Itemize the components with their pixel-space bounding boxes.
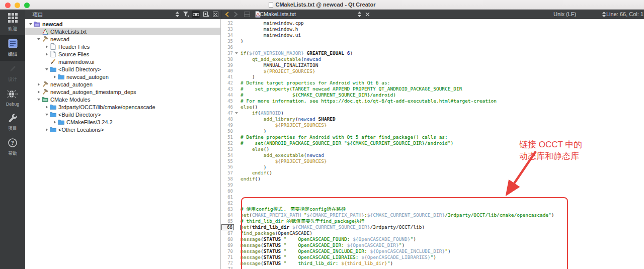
code-line[interactable]: 39 MANUAL_FINALIZATION	[221, 62, 644, 68]
tree-item[interactable]: <Build Directory>	[25, 111, 220, 118]
sidebar-item-projects[interactable]: 项目	[0, 110, 25, 135]
code-line-text[interactable]: # ${CMAKE_CURRENT_SOURCE_DIR}/android)	[240, 92, 396, 98]
code-line[interactable]: 58endif()	[221, 176, 644, 182]
code-line[interactable]: 38 qt_add_executable(newcad	[221, 56, 644, 62]
fold-marker-icon[interactable]	[234, 52, 238, 54]
code-line[interactable]: 69message(STATUS " OpenCASCADE_DIR: ${Op…	[221, 242, 644, 248]
code-line[interactable]: 62	[221, 200, 644, 206]
code-line-text[interactable]: qt_add_executable(newcad	[240, 56, 321, 62]
code-line[interactable]: 41 )	[221, 74, 644, 80]
code-line[interactable]: 73	[221, 266, 644, 269]
code-line[interactable]: 66set(third_lib_dir ${CMAKE_CURRENT_SOUR…	[221, 224, 644, 230]
chevron-down-icon[interactable]	[36, 38, 41, 40]
sidebar-item-help[interactable]: ?帮助	[0, 135, 25, 160]
code-line[interactable]: 72message(STATUS " third_lib_dir: ${thir…	[221, 260, 644, 266]
minimize-window-icon[interactable]	[15, 3, 20, 8]
code-line[interactable]: 45# For more information, see https://do…	[221, 98, 644, 104]
filter-icon[interactable]	[182, 11, 190, 18]
tree-item[interactable]: <Other Locations>	[25, 126, 220, 133]
chevron-down-icon[interactable]	[36, 99, 41, 101]
code-line-text[interactable]: mainwindow.h	[240, 26, 298, 32]
chevron-down-icon[interactable]	[44, 68, 49, 70]
code-line-text[interactable]: MANUAL_FINALIZATION	[240, 62, 318, 68]
close-document-icon[interactable]	[363, 11, 371, 18]
code-line-text[interactable]: mainwindow.ui	[240, 32, 301, 38]
chevron-right-icon[interactable]	[52, 75, 57, 78]
code-line[interactable]: 59	[221, 182, 644, 188]
code-line-text[interactable]: # third_lib_dir 的赋值需要先于find_package执行	[240, 218, 364, 224]
link-with-editor-icon[interactable]	[192, 11, 200, 18]
sidebar-item-debug[interactable]: Debug	[0, 86, 25, 110]
code-line-text[interactable]: set(CMAKE_PREFIX_PATH "${CMAKE_PREFIX_PA…	[240, 212, 554, 218]
tree-item[interactable]: 3rdparty/OCCT/lib/cmake/opencascade	[25, 103, 220, 111]
code-line[interactable]: 68message(STATUS " OpenCASCADE_FOUND: ${…	[221, 236, 644, 242]
code-line[interactable]: 65# third_lib_dir 的赋值需要先于find_package执行	[221, 218, 644, 224]
code-line[interactable]: 61	[221, 194, 644, 200]
code-line[interactable]: 35)	[221, 38, 644, 44]
code-line[interactable]: 63# 使用config模式， 需要指定config所在路径	[221, 206, 644, 212]
close-window-icon[interactable]	[5, 3, 11, 8]
code-line-text[interactable]: message(STATUS " OpenCASCADE_LIBRAIES: $…	[240, 254, 436, 260]
code-line[interactable]: 50 )	[221, 128, 644, 134]
tree-item[interactable]: newcad	[25, 35, 220, 43]
code-line[interactable]: 46else()	[221, 104, 644, 110]
code-line-text[interactable]: # 使用config模式， 需要指定config所在路径	[240, 206, 346, 212]
code-line-text[interactable]: )	[240, 128, 266, 134]
chevron-right-icon[interactable]	[36, 83, 41, 86]
code-line-text[interactable]: # Define properties for Android with Qt …	[240, 134, 448, 140]
code-line[interactable]: 60	[221, 188, 644, 194]
code-line-text[interactable]: )	[240, 38, 244, 44]
code-line-text[interactable]: )	[240, 74, 255, 80]
tree-item[interactable]: CMake Modules	[25, 96, 220, 103]
code-line[interactable]: 37if(${QT_VERSION_MAJOR} GREATER_EQUAL 6…	[221, 50, 644, 56]
sidebar-item-edit[interactable]: 编辑	[0, 35, 25, 61]
code-line-text[interactable]: add_executable(newcad	[240, 152, 324, 158]
tree-item[interactable]: mainwindow.ui	[25, 58, 220, 65]
code-line-text[interactable]: endif()	[240, 170, 272, 176]
code-line-text[interactable]: # For more information, see https://doc.…	[240, 98, 497, 104]
code-line-text[interactable]: ${PROJECT_SOURCES}	[240, 122, 327, 128]
code-line-text[interactable]: set(third_lib_dir ${CMAKE_CURRENT_SOURCE…	[240, 224, 425, 230]
forward-icon[interactable]	[232, 11, 240, 18]
document-dropdown-icon[interactable]	[355, 11, 363, 18]
tree-item[interactable]: <Build Directory>	[25, 65, 220, 73]
code-line[interactable]: 57 endif()	[221, 170, 644, 176]
fold-marker-icon[interactable]	[234, 112, 238, 114]
code-line-text[interactable]: else()	[240, 146, 269, 152]
tree-item[interactable]: CMakeFiles/3.24.2	[25, 118, 220, 126]
chevron-down-icon[interactable]	[28, 23, 33, 25]
tree-item[interactable]: CMakeLists.txt	[25, 28, 220, 35]
code-line[interactable]: 33 mainwindow.h	[221, 26, 644, 32]
code-line-text[interactable]: add_library(newcad SHARED	[240, 116, 336, 122]
code-line[interactable]: 42# Define target properties for Android…	[221, 80, 644, 86]
cursor-position-indicator[interactable]: Line: 66, Col: 1	[606, 11, 643, 17]
code-line[interactable]: 43# set_property(TARGET newcad APPEND PR…	[221, 86, 644, 92]
split-editor-icon[interactable]	[243, 11, 251, 18]
sidebar-item-welcome[interactable]: 欢迎	[0, 10, 25, 35]
chevron-right-icon[interactable]	[36, 91, 41, 94]
code-line-text[interactable]: endif()	[240, 176, 261, 182]
code-line-text[interactable]: message(STATUS " OpenCASCADE_FOUND: ${Op…	[240, 236, 416, 242]
code-line-text[interactable]: ${PROJECT_SOURCES}	[240, 158, 327, 164]
encoding-indicator[interactable]: Unix (LF)	[553, 11, 576, 17]
code-line[interactable]: 49 ${PROJECT_SOURCES}	[221, 122, 644, 128]
tree-item[interactable]: Source Files	[25, 50, 220, 58]
tree-item[interactable]: newcad_autogen	[25, 80, 220, 88]
chevron-right-icon[interactable]	[44, 45, 49, 48]
chevron-right-icon[interactable]	[52, 121, 57, 124]
close-panel-icon[interactable]	[211, 11, 219, 18]
code-line[interactable]: 56 )	[221, 164, 644, 170]
chevron-right-icon[interactable]	[44, 128, 49, 131]
code-line[interactable]: 67find_package(OpenCASCADE)	[221, 230, 644, 236]
code-line-text[interactable]: if(${QT_VERSION_MAJOR} GREATER_EQUAL 6)	[240, 50, 353, 56]
code-line[interactable]: 36	[221, 44, 644, 50]
code-line-text[interactable]: # set_property(TARGET newcad APPEND PROP…	[240, 86, 462, 92]
chevron-right-icon[interactable]	[44, 53, 49, 56]
split-new-icon[interactable]	[202, 11, 210, 18]
code-line-text[interactable]: mainwindow.cpp	[240, 20, 304, 26]
code-line-text[interactable]: # Define target properties for Android w…	[240, 80, 390, 86]
code-line-text[interactable]: message(STATUS " third_lib_dir: ${third_…	[240, 260, 393, 266]
code-line[interactable]: 64set(CMAKE_PREFIX_PATH "${CMAKE_PREFIX_…	[221, 212, 644, 218]
code-line[interactable]: 47 if(ANDROID)	[221, 110, 644, 116]
tree-item[interactable]: newcad	[25, 20, 220, 28]
